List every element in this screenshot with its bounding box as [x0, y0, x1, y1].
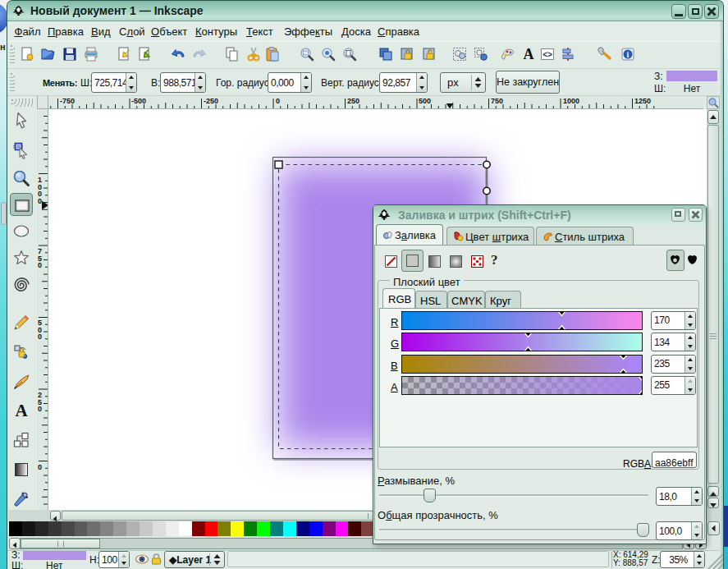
svg-text:A: A	[524, 46, 534, 62]
svg-text:A: A	[15, 401, 28, 420]
svg-text:i: i	[627, 50, 630, 59]
svg-text:<>: <>	[543, 50, 552, 59]
